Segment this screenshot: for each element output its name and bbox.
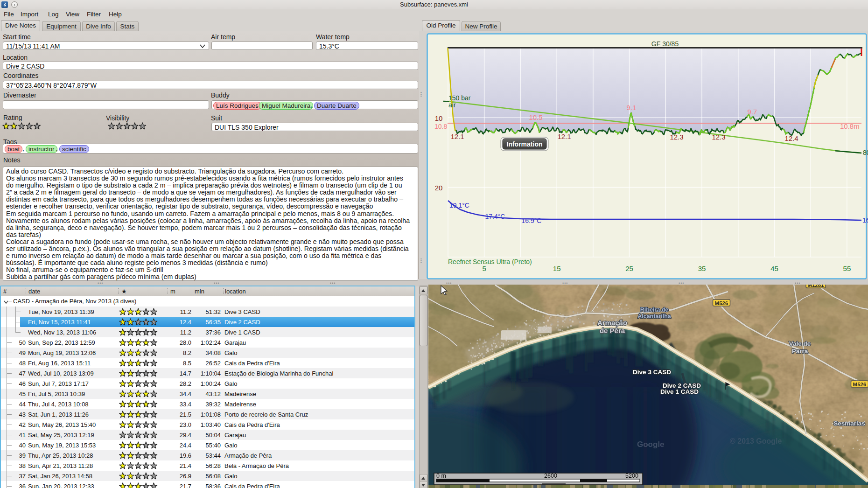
svg-text:9.7: 9.7 bbox=[748, 108, 757, 116]
svg-text:Information: Information bbox=[507, 140, 543, 148]
svg-text:Armação: Armação bbox=[597, 319, 627, 327]
svg-text:Parra: Parra bbox=[792, 348, 808, 355]
svg-text:Reefnet Sensus Ultra (Preto): Reefnet Sensus Ultra (Preto) bbox=[448, 258, 532, 265]
svg-text:55: 55 bbox=[843, 265, 851, 272]
svg-text:25: 25 bbox=[625, 265, 633, 272]
svg-text:16.9°C: 16.9°C bbox=[522, 217, 542, 224]
svg-text:© 2013 Google: © 2013 Google bbox=[730, 437, 782, 445]
svg-text:M526: M526 bbox=[715, 300, 728, 306]
svg-text:19.1°C: 19.1°C bbox=[449, 202, 469, 209]
svg-text:M1281: M1281 bbox=[807, 285, 824, 288]
svg-text:Dive 1 CASD: Dive 1 CASD bbox=[660, 388, 699, 395]
svg-text:16: 16 bbox=[862, 216, 868, 224]
svg-text:12.1: 12.1 bbox=[450, 132, 464, 140]
svg-text:Google: Google bbox=[637, 440, 665, 449]
svg-text:Sesmarias: Sesmarias bbox=[833, 420, 865, 427]
svg-text:M526: M526 bbox=[853, 382, 867, 387]
svg-text:GF 30/85: GF 30/85 bbox=[651, 40, 679, 48]
svg-text:35: 35 bbox=[698, 265, 706, 272]
svg-text:80: 80 bbox=[863, 149, 868, 156]
svg-text:10: 10 bbox=[435, 114, 443, 122]
svg-text:12.4: 12.4 bbox=[784, 134, 798, 142]
svg-text:Dive 3 CASD: Dive 3 CASD bbox=[633, 369, 671, 376]
svg-text:5: 5 bbox=[483, 265, 486, 272]
svg-text:Ribeira de: Ribeira de bbox=[640, 307, 668, 313]
svg-text:10.5: 10.5 bbox=[529, 113, 542, 121]
svg-text:9.1: 9.1 bbox=[627, 104, 637, 112]
svg-text:20: 20 bbox=[435, 184, 443, 192]
svg-text:5200: 5200 bbox=[625, 473, 638, 479]
svg-text:150 bar: 150 bar bbox=[448, 94, 471, 102]
svg-text:air: air bbox=[448, 101, 456, 109]
svg-text:de Pêra: de Pêra bbox=[600, 327, 625, 335]
svg-text:0 m: 0 m bbox=[436, 473, 446, 479]
svg-text:45: 45 bbox=[770, 265, 778, 272]
svg-text:10.8: 10.8 bbox=[434, 123, 447, 130]
svg-text:Alcantarilha: Alcantarilha bbox=[637, 313, 672, 320]
svg-text:17.4°C: 17.4°C bbox=[485, 213, 505, 220]
svg-text:12.1: 12.1 bbox=[557, 132, 571, 140]
svg-text:10.8m: 10.8m bbox=[840, 122, 860, 130]
svg-text:Vale de: Vale de bbox=[789, 340, 811, 347]
svg-text:12.3: 12.3 bbox=[712, 133, 725, 141]
svg-text:15: 15 bbox=[553, 265, 561, 272]
svg-text:12.3: 12.3 bbox=[670, 133, 683, 141]
svg-text:2600: 2600 bbox=[544, 473, 557, 479]
